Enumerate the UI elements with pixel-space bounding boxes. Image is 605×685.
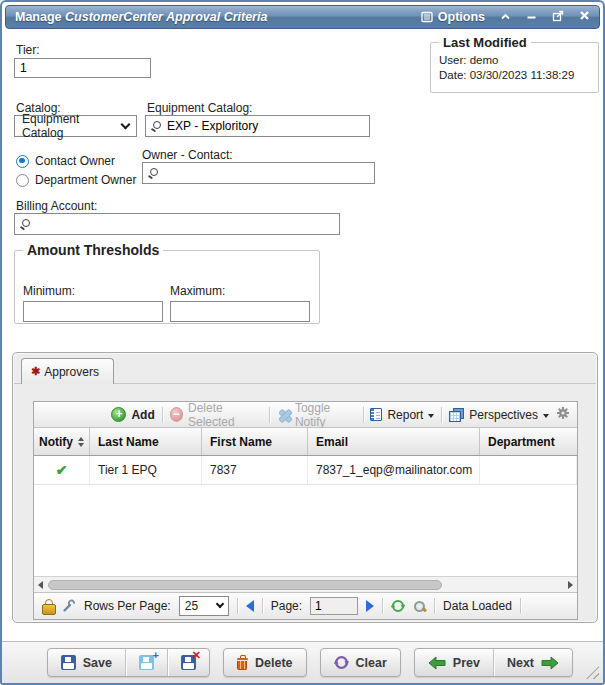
equipment-catalog-field [145,115,370,137]
add-button[interactable]: Add [111,407,154,422]
popout-icon [552,10,564,25]
prev-next-button-group: Prev Next [414,648,573,677]
column-header-first-name[interactable]: First Name [202,428,308,455]
grid-toolbar: Add Delete Selected Toggle Notify Report [34,402,577,428]
clear-refresh-icon [334,655,349,670]
owner-contact-label: Owner - Contact: [142,148,233,162]
minus-icon [526,10,537,24]
toolbar-separator [269,407,270,423]
page-next-button[interactable] [366,600,374,612]
owner-contact-input[interactable] [164,166,369,180]
close-button[interactable] [579,10,590,24]
report-icon [370,408,382,421]
column-header-label: Department [488,435,555,449]
refresh-button[interactable] [391,599,405,613]
catalog-select[interactable]: Equipment Catalog [14,115,137,137]
maximum-input[interactable] [170,301,310,322]
rows-per-page-value: 25 [185,599,198,613]
delete-selected-button[interactable]: Delete Selected [170,401,262,429]
delete-button[interactable]: Delete [224,649,306,676]
title-bar: Manage CustomerCenter Approval Criteria … [5,5,600,29]
rows-per-page-select[interactable]: 25 [179,596,229,616]
column-header-label: Notify [39,435,73,449]
toggle-notify-icon [277,408,290,422]
options-button[interactable]: Options [421,10,485,24]
scrollbar-thumb[interactable] [48,580,442,590]
search-icon[interactable] [20,218,31,230]
clear-button[interactable]: Clear [321,649,400,676]
pager-separator [434,598,435,614]
minimize-button[interactable] [526,10,537,24]
page-input[interactable] [310,597,358,615]
owner-contact-field [142,162,375,184]
toolbar-separator [162,407,163,423]
column-header-label: Email [316,435,348,449]
wrench-icon[interactable] [62,599,76,613]
pager-separator [237,598,238,614]
billing-account-label: Billing Account: [16,199,97,213]
contact-owner-radio[interactable]: Contact Owner [16,154,115,168]
save-button[interactable]: Save [48,649,125,676]
chevron-down-icon [215,600,223,608]
report-label: Report [387,408,423,422]
last-modified-fieldset: Last Modified User: demo Date: 03/30/202… [430,35,599,93]
minimum-label: Minimum: [23,284,163,298]
add-label: Add [131,408,154,422]
pager-separator [520,598,521,614]
equipment-catalog-input[interactable] [167,119,364,133]
title-prefix: Manage [15,10,62,24]
minimum-input[interactable] [23,301,163,322]
perspectives-button[interactable]: Perspectives [449,408,549,422]
arrow-right-icon [541,656,559,670]
radio-selected-icon [16,155,29,168]
column-header-department[interactable]: Department [480,428,577,455]
equipment-catalog-label: Equipment Catalog: [147,101,252,115]
column-header-email[interactable]: Email [308,428,480,455]
tab-approvers[interactable]: ✱ Approvers [21,358,114,384]
toggle-notify-button[interactable]: Toggle Notify [277,401,356,429]
delete-minus-icon [170,407,183,422]
scroll-left-arrow[interactable] [38,581,43,589]
sort-icon [78,437,84,447]
title-emphasis: CustomerCenter Approval Criteria [65,10,267,24]
prev-button[interactable]: Prev [415,649,493,676]
department-owner-label: Department Owner [35,173,136,187]
grid-search-button[interactable] [413,600,426,613]
page-prev-button[interactable] [246,600,254,612]
lock-icon[interactable] [42,599,54,613]
scrollbar-track[interactable] [46,579,565,591]
collapse-button[interactable] [500,10,511,24]
save-and-close-button[interactable]: ✕ [167,649,209,676]
contact-owner-label: Contact Owner [35,154,115,168]
billing-account-input[interactable] [36,217,334,231]
tier-input[interactable] [14,58,151,78]
column-header-label: Last Name [98,435,159,449]
grid-settings-button[interactable] [556,406,570,423]
column-header-notify[interactable]: Notify [34,428,90,455]
amount-thresholds-legend: Amount Thresholds [23,242,163,258]
amount-thresholds-fieldset: Amount Thresholds Minimum: Maximum: [14,242,320,324]
scroll-right-arrow[interactable] [568,581,573,589]
column-header-last-name[interactable]: Last Name [90,428,202,455]
approvers-panel: ✱ Approvers Add Delete Selected T [12,352,598,623]
column-header-label: First Name [210,435,272,449]
page-label: Page: [271,599,302,613]
perspectives-icon [449,408,464,422]
toolbar-separator [363,407,364,423]
table-row[interactable]: Tier 1 EPQ 7837 7837_1_eqp@mailinator.co… [34,456,577,485]
search-icon[interactable] [148,167,159,179]
next-button[interactable]: Next [493,649,572,676]
save-and-new-button[interactable]: + [125,649,167,676]
last-modified-legend: Last Modified [439,35,531,50]
department-owner-radio[interactable]: Department Owner [16,173,136,187]
save-label: Save [83,656,112,670]
report-button[interactable]: Report [370,408,434,422]
maximize-button[interactable] [552,10,564,25]
save-x-icon: ✕ [181,655,196,670]
resize-handle[interactable] [586,666,599,679]
delete-button-group: Delete [223,648,307,677]
status-text: Data Loaded [443,599,512,613]
maximum-label: Maximum: [170,284,310,298]
radio-unselected-icon [16,174,29,187]
search-icon[interactable] [151,120,162,132]
